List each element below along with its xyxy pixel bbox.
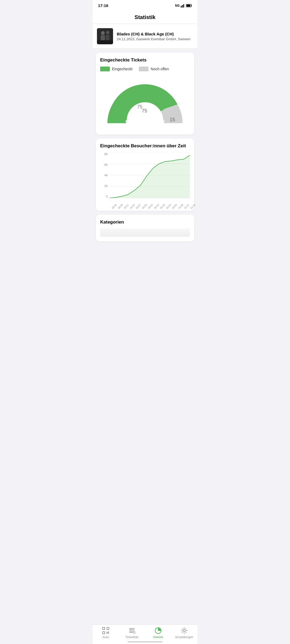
- svg-rect-3: [184, 4, 185, 8]
- x-label-2003: 20:03: [147, 203, 154, 210]
- legend-checked-in: Eingecheckt: [100, 67, 132, 71]
- chart-area: [109, 152, 190, 198]
- svg-rect-12: [97, 40, 113, 44]
- line-chart-wrap: 80 60 40 20 0: [100, 152, 190, 206]
- x-label-1911: 19:11: [123, 203, 129, 210]
- donut-chart: 75 15: [102, 76, 188, 130]
- kategorien-title: Kategorien: [100, 219, 190, 225]
- svg-rect-2: [183, 4, 184, 8]
- status-icons: 5G: [175, 3, 192, 8]
- y-label-20: 20: [100, 184, 108, 188]
- y-label-60: 60: [100, 163, 108, 166]
- donut-chart-container: 75 15: [100, 76, 190, 130]
- x-label-1924: 19:24: [129, 203, 135, 210]
- line-fill-area: [109, 155, 190, 198]
- x-label-2016: 20:16: [153, 203, 160, 210]
- kategorien-placeholder: [100, 229, 190, 237]
- bottom-spacer: [93, 245, 197, 267]
- x-label-1845: 18:45: [111, 203, 117, 210]
- line-chart-svg: [109, 152, 190, 198]
- page-header: Statistik: [93, 10, 197, 24]
- svg-rect-0: [181, 6, 182, 8]
- event-info: Blades (CH) & Black Age (CH) 24.11.2023,…: [117, 31, 191, 41]
- still-open-swatch: [139, 67, 148, 71]
- page-title: Statistik: [135, 14, 155, 20]
- svg-rect-11: [106, 35, 110, 41]
- x-label-1858: 18:58: [117, 203, 123, 210]
- signal-icon: [181, 4, 185, 8]
- x-axis: 18:45 18:58 19:11 19:24 19:37 19:50 20:0…: [109, 199, 190, 206]
- event-thumbnail: [97, 28, 113, 44]
- event-thumb-svg: [97, 28, 113, 44]
- checked-in-title: Eingecheckte Tickets: [100, 57, 190, 63]
- timeline-title: Eingecheckte Besucher:innen über Zeit: [100, 143, 190, 149]
- y-label-40: 40: [100, 174, 108, 177]
- donut-green-value: 75: [142, 108, 147, 114]
- status-bar: 17:16 5G: [93, 0, 197, 10]
- svg-rect-6: [187, 5, 190, 6]
- x-label-2121: 21:21: [184, 203, 190, 210]
- svg-point-8: [101, 31, 105, 35]
- x-label-2134: 21:34: [190, 203, 196, 210]
- checked-in-label: Eingecheckt: [112, 67, 132, 71]
- donut-gray-value: 15: [170, 117, 175, 122]
- event-row: Blades (CH) & Black Age (CH) 24.11.2023,…: [93, 24, 197, 49]
- svg-rect-5: [191, 5, 192, 6]
- x-label-2108: 21:08: [177, 203, 184, 210]
- x-label-1937: 19:37: [135, 203, 142, 210]
- svg-rect-1: [182, 5, 183, 8]
- x-label-2055: 20:55: [172, 203, 178, 210]
- svg-point-10: [106, 31, 109, 34]
- legend-still-open: Noch offen: [139, 67, 169, 71]
- x-label-1950: 19:50: [141, 203, 147, 210]
- y-label-80: 80: [100, 152, 108, 156]
- chart-legend: Eingecheckt Noch offen: [100, 67, 190, 71]
- y-axis: 80 60 40 20 0: [100, 152, 108, 198]
- y-label-0: 0: [100, 195, 108, 198]
- event-name: Blades (CH) & Black Age (CH): [117, 31, 191, 37]
- event-details: 24.11.2023, Gaswerk Eventbar GmbH, Seewe…: [117, 37, 191, 41]
- x-label-2029: 20:29: [160, 203, 166, 210]
- network-icon: 5G: [175, 3, 180, 8]
- timeline-card: Eingecheckte Besucher:innen über Zeit 80…: [96, 138, 194, 211]
- checked-in-card: Eingecheckte Tickets Eingecheckt Noch of…: [96, 53, 194, 135]
- still-open-label: Noch offen: [151, 67, 169, 71]
- svg-rect-9: [101, 35, 105, 41]
- checked-in-swatch: [100, 67, 110, 71]
- battery-icon: [186, 4, 192, 7]
- x-label-2042: 20:42: [165, 203, 172, 210]
- status-time: 17:16: [98, 3, 108, 8]
- kategorien-card: Kategorien: [96, 215, 194, 241]
